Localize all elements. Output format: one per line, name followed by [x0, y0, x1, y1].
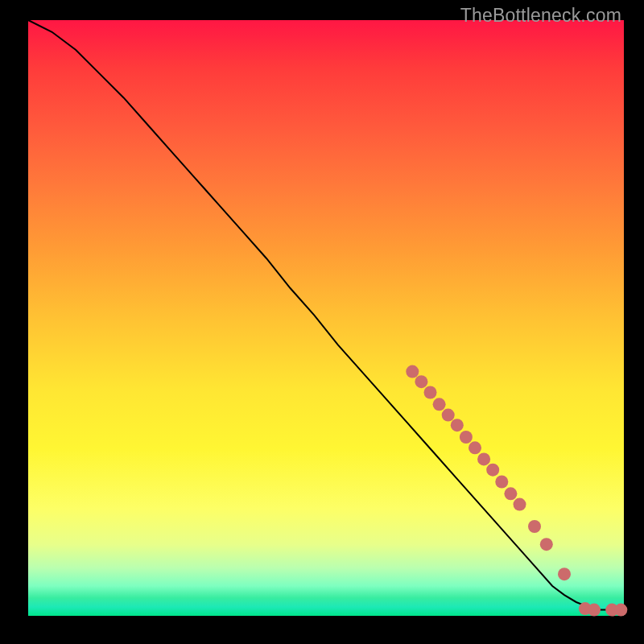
data-dot: [504, 487, 517, 500]
chart-svg: [28, 20, 624, 616]
data-dot: [528, 520, 541, 533]
data-dot: [558, 568, 571, 580]
data-dot: [514, 498, 526, 511]
data-dot: [477, 452, 490, 465]
data-dots-group: [406, 365, 627, 617]
data-dot: [415, 375, 427, 388]
data-dot: [451, 419, 464, 431]
data-dot: [469, 441, 481, 454]
data-dot: [495, 476, 508, 489]
data-dot: [460, 431, 473, 444]
data-dot: [442, 409, 455, 422]
chart-stage: TheBottleneck.com: [0, 0, 644, 644]
data-dot: [588, 604, 601, 617]
data-dot: [486, 464, 499, 477]
data-dot: [424, 386, 437, 399]
data-dot: [433, 398, 446, 411]
data-dot: [406, 365, 419, 378]
data-dot: [614, 604, 627, 617]
data-dot: [540, 538, 553, 551]
